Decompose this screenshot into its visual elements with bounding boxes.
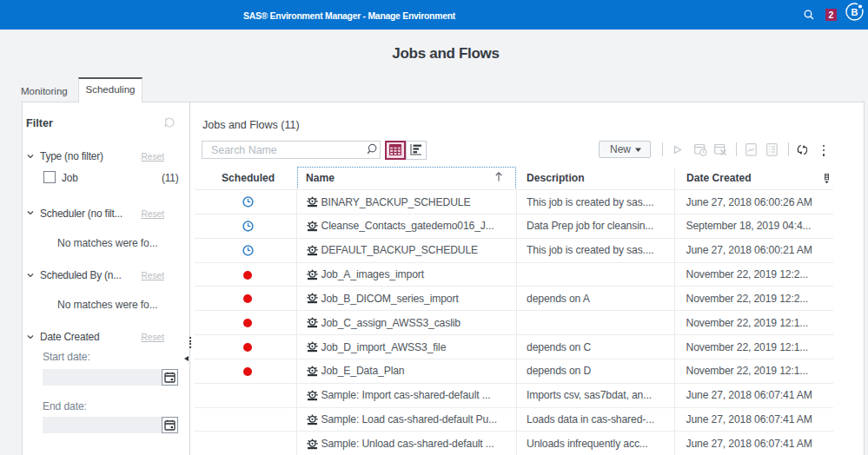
svg-text:B: B <box>851 7 858 17</box>
